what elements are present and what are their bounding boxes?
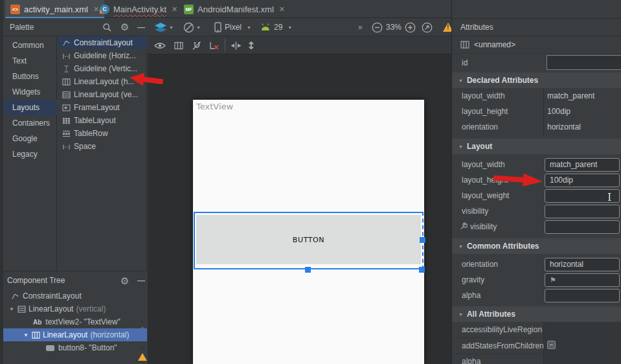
palette-category-buttons[interactable]: Buttons: [3, 69, 57, 84]
attr-label: gravity: [462, 275, 484, 284]
device-screen-canvas[interactable]: TextView BUTTON: [193, 100, 424, 364]
autoconnect-off-magnet-icon[interactable]: [192, 36, 202, 54]
section-declared-attributes[interactable]: ▼Declared Attributes: [452, 73, 621, 88]
guideline-horizontal-icon: [62, 52, 71, 60]
palette-category-layouts[interactable]: Layouts: [3, 100, 57, 115]
section-layout[interactable]: ▼Layout: [452, 139, 621, 154]
palette-category-legacy[interactable]: Legacy: [3, 146, 57, 162]
warning-icon[interactable]: [138, 318, 147, 327]
alpha-input[interactable]: [545, 289, 620, 302]
attr-value[interactable]: 100dip: [547, 107, 570, 116]
palette-categories: Common Text Buttons Widgets Layouts Cont…: [3, 36, 57, 271]
api-selector[interactable]: 29 ▼: [260, 18, 292, 36]
tree-node-linearlayout-vertical[interactable]: ▼ LinearLayout(vertical): [3, 302, 147, 315]
palette-category-widgets[interactable]: Widgets: [3, 84, 57, 100]
device-selector[interactable]: Pixel ▼: [214, 18, 251, 36]
visibility-input[interactable]: [545, 205, 620, 218]
expand-vertical-icon[interactable]: ↕: [247, 36, 255, 54]
orientation-input[interactable]: horizontal: [545, 258, 620, 271]
attr-value[interactable]: match_parent: [547, 91, 594, 100]
divider: [452, 53, 621, 54]
toolbar-overflow-icon[interactable]: »: [358, 23, 363, 32]
palette-category-text[interactable]: Text: [3, 53, 57, 69]
palette-item-tablerow[interactable]: TableRow: [58, 127, 147, 140]
pack-horizontal-icon[interactable]: [231, 36, 242, 54]
attr-label: layout_width: [462, 91, 505, 100]
palette-category-containers[interactable]: Containers: [3, 115, 57, 131]
chevron-down-icon[interactable]: ▼: [23, 332, 29, 338]
blueprint-columns-icon[interactable]: [174, 36, 183, 54]
divider: [452, 337, 621, 338]
attr-label: orientation: [462, 260, 498, 269]
component-tree-panel: Component Tree ⚙ — ConstraintLayout ▼ Li…: [3, 271, 147, 364]
column-divider: [543, 88, 544, 135]
tablelayout-icon: [62, 117, 71, 125]
gear-icon[interactable]: ⚙: [120, 18, 129, 36]
tab-label: AndroidManifest.xml: [198, 5, 274, 14]
tablerow-icon: [62, 130, 71, 138]
resize-handle-right-middle[interactable]: [420, 237, 425, 243]
gear-icon[interactable]: ⚙: [120, 275, 129, 287]
warning-icon[interactable]: [138, 344, 147, 353]
gravity-input[interactable]: ⚑: [545, 273, 620, 287]
attr-label: alpha: [462, 291, 480, 300]
space-icon: [62, 142, 71, 151]
layout-height-input[interactable]: 100dip: [545, 174, 620, 187]
attr-label: orientation: [462, 122, 498, 131]
canvas-button[interactable]: BUTTON: [196, 215, 421, 264]
minimize-icon[interactable]: —: [137, 18, 145, 36]
palette-item-guideline-horizontal[interactable]: Guideline (Horiz...: [58, 49, 147, 62]
clear-constraints-icon[interactable]: [209, 36, 220, 54]
tree-node-button8[interactable]: button8- "Button": [3, 341, 147, 354]
minimize-icon[interactable]: —: [137, 276, 145, 285]
palette-item-tablelayout[interactable]: TableLayout: [58, 114, 147, 127]
editor-tab-bar: <> activity_main.xml ✕ C MainActivity.kt…: [3, 0, 451, 18]
section-all-attributes[interactable]: ▼All Attributes: [452, 306, 621, 322]
tab-activity-main-xml[interactable]: <> activity_main.xml ✕: [5, 0, 104, 18]
resize-handle-bottom-center[interactable]: [305, 267, 311, 273]
palette-category-common[interactable]: Common: [3, 38, 57, 53]
orientation-icon[interactable]: ▼: [183, 18, 201, 36]
zoom-level: 33%: [386, 23, 401, 32]
section-common-attributes[interactable]: ▼Common Attributes: [452, 238, 621, 254]
zoom-in-icon[interactable]: [405, 18, 416, 36]
tree-node-textview2[interactable]: Ab textView2- "TextView": [3, 315, 147, 328]
zoom-out-icon[interactable]: [372, 18, 383, 36]
close-icon[interactable]: ✕: [172, 5, 177, 14]
chevron-down-icon[interactable]: ▼: [8, 306, 15, 312]
android-studio-layout-editor: <> activity_main.xml ✕ C MainActivity.kt…: [0, 0, 621, 364]
tree-node-linearlayout-horizontal[interactable]: ▼ LinearLayout(horizontal): [3, 328, 147, 341]
resize-handle-bottom-right[interactable]: [419, 267, 425, 273]
palette-item-linearlayout-vertical[interactable]: LinearLayout (ve...: [58, 88, 147, 101]
framelayout-icon: [62, 104, 71, 112]
tree-node-constraintlayout[interactable]: ConstraintLayout: [3, 290, 147, 302]
attr-value[interactable]: horizontal: [547, 122, 581, 131]
palette-item-space[interactable]: Space: [58, 140, 147, 153]
attr-value-cell[interactable]: [544, 322, 621, 337]
search-icon[interactable]: [102, 18, 112, 36]
palette-category-google[interactable]: Google: [3, 131, 57, 146]
canvas-textview[interactable]: TextView: [196, 102, 233, 111]
wrench-icon: [460, 222, 468, 230]
close-icon[interactable]: ✕: [279, 5, 285, 14]
component-name: <unnamed>: [474, 40, 515, 49]
tools-visibility-input[interactable]: [545, 220, 620, 234]
tab-label: MainActivity.kt: [113, 5, 166, 14]
zoom-to-fit-icon[interactable]: [422, 18, 433, 36]
text-cursor-ibeam: I: [607, 191, 611, 203]
flag-icon[interactable]: ⚑: [550, 276, 556, 284]
attr-value-cell[interactable]: [544, 354, 621, 364]
design-mode-layers-icon[interactable]: ▼: [154, 18, 174, 36]
id-input[interactable]: [547, 55, 621, 70]
tab-mainactivity-kt[interactable]: C MainActivity.kt ✕: [95, 0, 183, 18]
palette-item-framelayout[interactable]: FrameLayout: [58, 101, 147, 114]
layout-width-input[interactable]: match_parent: [545, 158, 620, 172]
tab-androidmanifest-xml[interactable]: MF AndroidManifest.xml ✕: [179, 0, 290, 18]
api-level-label: 29: [274, 23, 282, 32]
palette-item-constraintlayout[interactable]: ConstraintLayout: [58, 36, 147, 49]
tab-label: activity_main.xml: [24, 5, 88, 14]
kotlin-class-file-icon: C: [100, 5, 109, 14]
selected-component-row: <unnamed>: [460, 40, 515, 49]
add-states-from-children-checkbox[interactable]: −: [547, 341, 556, 349]
view-options-eye-icon[interactable]: [154, 36, 166, 54]
